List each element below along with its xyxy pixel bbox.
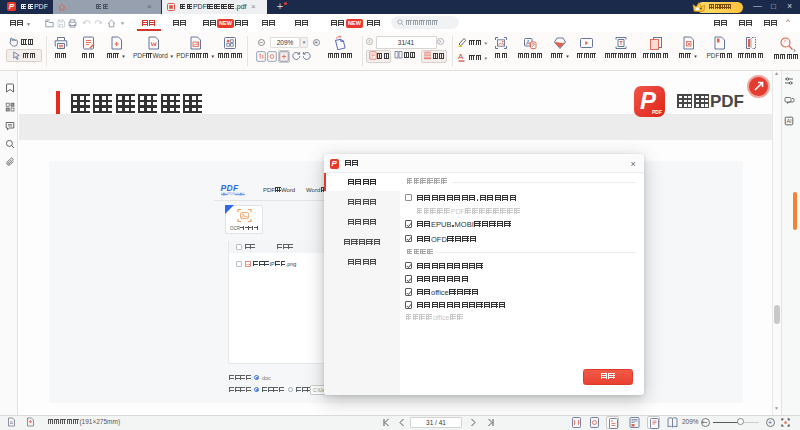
svg-text:A: A — [458, 52, 464, 61]
svg-text:AI: AI — [786, 118, 792, 124]
